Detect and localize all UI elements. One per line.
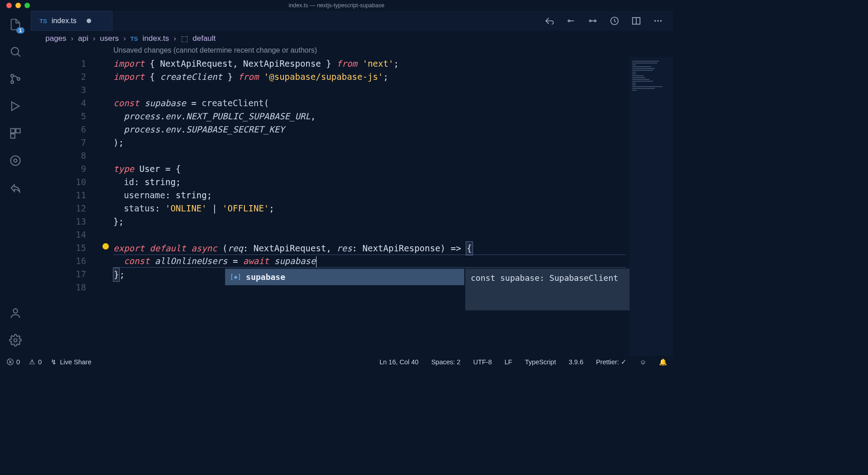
split-editor-icon[interactable] bbox=[631, 16, 641, 26]
window-title: index.ts — nextjs-typescript-supabase bbox=[288, 2, 384, 9]
editor-area: TS index.ts pages › api › users › TS ind… bbox=[31, 11, 673, 356]
line-number: 12 bbox=[31, 202, 86, 215]
line-number: 10 bbox=[31, 176, 86, 189]
minimap[interactable] bbox=[629, 57, 673, 356]
run-debug-icon[interactable] bbox=[8, 99, 23, 113]
line-number: 6 bbox=[31, 123, 86, 136]
chevron-right-icon: › bbox=[123, 34, 126, 43]
typescript-file-icon: TS bbox=[39, 18, 47, 24]
compare-changes-icon[interactable] bbox=[588, 16, 598, 26]
code-line[interactable] bbox=[113, 228, 673, 241]
language-mode[interactable]: TypeScript bbox=[525, 358, 556, 366]
indentation[interactable]: Spaces: 2 bbox=[431, 358, 461, 366]
svg-point-0 bbox=[11, 48, 19, 55]
breadcrumbs[interactable]: pages › api › users › TS index.ts › ⬚ de… bbox=[31, 31, 673, 46]
problems-errors[interactable]: ⓧ 0 bbox=[6, 358, 20, 366]
toggle-preview-icon[interactable] bbox=[610, 16, 619, 26]
window-minimize-button[interactable] bbox=[15, 3, 21, 8]
notifications-icon[interactable]: 🔔 bbox=[659, 358, 667, 366]
code-line[interactable]: const allOnlineUsers = await supabase bbox=[113, 255, 673, 268]
code-line[interactable]: username: string; bbox=[113, 189, 673, 202]
tab-index-ts[interactable]: TS index.ts bbox=[31, 11, 112, 31]
gitlens-icon[interactable] bbox=[8, 153, 23, 168]
chevron-right-icon: › bbox=[174, 34, 176, 43]
line-number: 1 bbox=[31, 57, 86, 70]
line-number: 17 bbox=[31, 268, 86, 281]
svg-point-3 bbox=[17, 78, 20, 80]
code-line[interactable]: process.env.NEXT_PUBLIC_SUPABASE_URL, bbox=[113, 110, 673, 123]
feedback-icon[interactable]: ☺ bbox=[639, 358, 647, 366]
line-number: 7 bbox=[31, 136, 86, 149]
search-icon[interactable] bbox=[8, 44, 23, 59]
chevron-right-icon: › bbox=[71, 34, 73, 43]
chevron-right-icon: › bbox=[93, 34, 96, 43]
code-line[interactable] bbox=[113, 83, 673, 97]
line-number: 16 bbox=[31, 255, 86, 268]
explorer-icon[interactable]: 1 bbox=[8, 17, 23, 32]
svg-rect-6 bbox=[11, 134, 15, 138]
breadcrumb-symbol[interactable]: default bbox=[193, 34, 216, 43]
code-line[interactable]: id: string; bbox=[113, 176, 673, 189]
source-control-icon[interactable] bbox=[8, 72, 23, 86]
tab-dirty-indicator bbox=[87, 19, 91, 23]
svg-point-2 bbox=[11, 81, 14, 83]
tabbar-actions bbox=[544, 11, 673, 31]
typescript-version[interactable]: 3.9.6 bbox=[569, 358, 583, 366]
code-line[interactable]: }; bbox=[113, 215, 673, 228]
svg-point-17 bbox=[657, 20, 658, 21]
liveshare-status[interactable]: ↯ Live Share bbox=[50, 358, 91, 366]
prettier-status[interactable]: Prettier: ✓ bbox=[596, 358, 627, 366]
symbol-constant-icon: [◈] bbox=[230, 270, 241, 284]
tab-bar: TS index.ts bbox=[31, 11, 673, 31]
code-line[interactable]: const supabase = createClient( bbox=[113, 97, 673, 110]
code-line[interactable]: type User = { bbox=[113, 162, 673, 176]
breadcrumb-pages[interactable]: pages bbox=[45, 34, 66, 43]
settings-gear-icon[interactable] bbox=[8, 333, 23, 348]
svg-rect-4 bbox=[11, 129, 15, 133]
problems-warnings[interactable]: ⚠ 0 bbox=[28, 358, 42, 366]
code-editor[interactable]: 123456789101112131415161718 import { Nex… bbox=[31, 57, 673, 356]
line-number: 11 bbox=[31, 189, 86, 202]
more-actions-icon[interactable] bbox=[653, 16, 663, 26]
typescript-file-icon: TS bbox=[131, 35, 138, 42]
minimap-content bbox=[629, 57, 673, 95]
code-content[interactable]: import { NextApiRequest, NextApiResponse… bbox=[113, 57, 673, 294]
status-bar: ⓧ 0 ⚠ 0 ↯ Live Share Ln 16, Col 40 Space… bbox=[0, 356, 673, 368]
svg-point-18 bbox=[660, 20, 662, 21]
code-line[interactable]: export default async (req: NextApiReques… bbox=[113, 241, 673, 255]
breadcrumb-users[interactable]: users bbox=[100, 34, 119, 43]
code-line[interactable]: import { NextApiRequest, NextApiResponse… bbox=[113, 57, 673, 70]
svg-point-7 bbox=[11, 156, 20, 166]
suggest-label: supabase bbox=[246, 270, 285, 284]
extensions-icon[interactable] bbox=[8, 126, 23, 141]
breadcrumb-api[interactable]: api bbox=[78, 34, 88, 43]
code-line[interactable] bbox=[113, 149, 673, 162]
code-line[interactable]: process.env.SUPABASE_SECRET_KEY bbox=[113, 123, 673, 136]
window-close-button[interactable] bbox=[6, 3, 12, 8]
window-zoom-button[interactable] bbox=[24, 3, 30, 8]
activity-bar: 1 bbox=[0, 11, 31, 356]
svg-rect-5 bbox=[16, 129, 20, 133]
breadcrumb-file[interactable]: index.ts bbox=[142, 34, 169, 43]
code-line[interactable]: status: 'ONLINE' | 'OFFLINE'; bbox=[113, 202, 673, 215]
line-number: 13 bbox=[31, 215, 86, 228]
liveshare-icon[interactable] bbox=[8, 181, 23, 195]
code-line[interactable]: ); bbox=[113, 136, 673, 149]
code-line[interactable]: import { createClient } from '@supabase/… bbox=[113, 70, 673, 83]
cursor-position[interactable]: Ln 16, Col 40 bbox=[380, 358, 419, 366]
line-number-gutter: 123456789101112131415161718 bbox=[31, 57, 99, 294]
suggest-item[interactable]: [◈] supabase bbox=[225, 269, 464, 285]
encoding[interactable]: UTF-8 bbox=[473, 358, 492, 366]
eol[interactable]: LF bbox=[505, 358, 512, 366]
svg-point-1 bbox=[11, 74, 14, 77]
go-back-icon[interactable] bbox=[544, 16, 554, 26]
accounts-icon[interactable] bbox=[8, 306, 23, 320]
traffic-lights bbox=[6, 3, 30, 8]
suggest-widget[interactable]: [◈] supabase bbox=[225, 269, 464, 285]
warning-glyph-icon[interactable] bbox=[102, 243, 109, 250]
line-number: 5 bbox=[31, 110, 86, 123]
svg-point-10 bbox=[14, 339, 17, 342]
go-forward-icon[interactable] bbox=[566, 16, 576, 26]
svg-point-12 bbox=[590, 20, 591, 22]
explorer-badge: 1 bbox=[16, 27, 24, 34]
